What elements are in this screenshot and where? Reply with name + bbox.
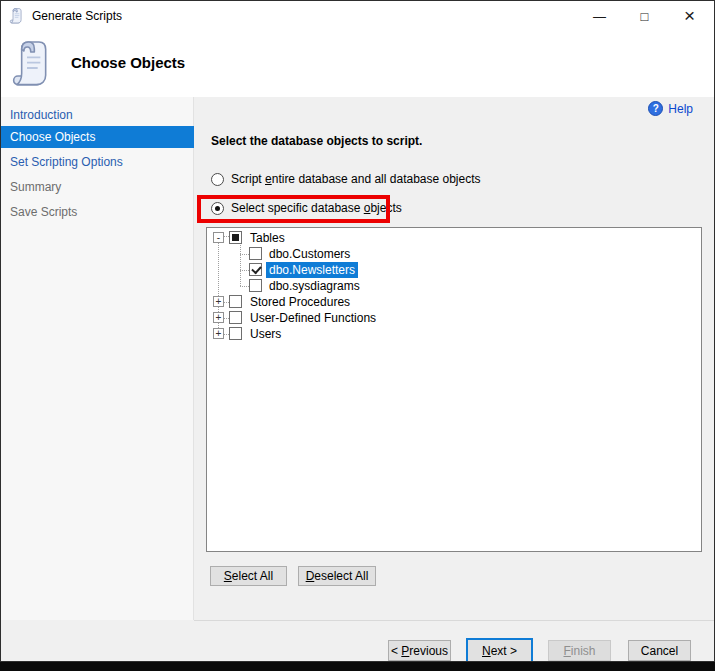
database-objects-tree: - Tables dbo.Customers dbo.Newsletters d… [206,227,702,552]
page-title: Choose Objects [71,54,185,71]
finish-button: Finish [548,640,611,661]
select-all-mnemonic: S [224,569,232,583]
help-label: Help [668,102,693,116]
instruction-text: Select the database objects to script. [211,134,422,148]
checkbox-dbo-newsletters[interactable] [249,263,262,276]
expand-icon[interactable]: + [213,312,224,323]
checkbox-users[interactable] [229,327,242,340]
generate-scripts-wizard-window: Generate Scripts — □ × Choose Objects [0,0,715,662]
tree-label-stored-procedures[interactable]: Stored Procedures [250,294,350,310]
checkbox-tables[interactable] [229,231,242,244]
tree-row-dbo-customers[interactable]: dbo.Customers [207,246,701,262]
tree-row-dbo-newsletters[interactable]: dbo.Newsletters [207,262,701,278]
sidebar-item-set-scripting-options[interactable]: Set Scripting Options [1,151,194,173]
tree-label-dbo-customers[interactable]: dbo.Customers [269,246,350,262]
screenshot-stage: Generate Scripts — □ × Choose Objects [0,0,715,671]
sidebar-item-summary: Summary [1,176,194,198]
tree-row-users[interactable]: + Users [207,326,701,342]
next-mnemonic: N [482,644,491,658]
expand-icon[interactable]: + [213,296,224,307]
help-icon: ? [648,101,663,116]
help-link[interactable]: ? Help [648,101,693,116]
checkbox-dbo-sysdiagrams[interactable] [249,279,262,292]
script-scroll-icon-large [11,36,59,92]
radio-script-entire-database[interactable]: Script entire database and all database … [211,172,481,186]
checkbox-dbo-customers[interactable] [249,247,262,260]
select-all-button[interactable]: Select All [210,566,287,586]
collapse-icon[interactable]: - [213,232,224,243]
tree-row-tables[interactable]: - Tables [207,230,701,246]
cancel-button[interactable]: Cancel [628,640,691,661]
finish-mnemonic: F [563,644,570,658]
radio-entire-post: ntire database and all database objects [272,172,481,186]
radio-entire-mnemonic: e [265,172,272,186]
wizard-footer: < Previous Next > Finish Cancel [1,620,714,662]
tree-connector [240,254,249,255]
radio-label-specific: Select specific database objects [231,201,402,215]
next-button[interactable]: Next > [466,638,533,662]
tree-connector [240,270,249,271]
tree-row-user-defined-functions[interactable]: + User-Defined Functions [207,310,701,326]
tree-label-tables[interactable]: Tables [250,230,285,246]
previous-pre: < [391,644,401,658]
sidebar-item-save-scripts: Save Scripts [1,201,194,223]
footer-divider [194,620,714,621]
maximize-icon[interactable]: □ [622,1,667,31]
radio-label-entire: Script entire database and all database … [231,172,481,186]
tree-row-dbo-sysdiagrams[interactable]: dbo.sysdiagrams [207,278,701,294]
checkbox-user-defined-functions[interactable] [229,311,242,324]
deselect-all-button[interactable]: Deselect All [298,566,376,586]
sidebar-item-choose-objects[interactable]: Choose Objects [1,126,194,148]
radio-specific-pre: Select specific database [231,201,364,215]
deselect-all-post: eselect All [314,569,368,583]
next-button-face: Next > [468,640,531,661]
deselect-all-mnemonic: D [306,569,315,583]
sidebar-item-introduction[interactable]: Introduction [1,104,194,126]
window-title: Generate Scripts [32,9,122,23]
close-icon[interactable]: × [667,1,712,31]
next-post: ext > [491,644,517,658]
tree-label-dbo-newsletters[interactable]: dbo.Newsletters [266,262,358,278]
checkbox-stored-procedures[interactable] [229,295,242,308]
radio-circle-specific[interactable] [211,202,224,215]
previous-post: revious [409,644,448,658]
finish-post: inish [571,644,596,658]
wizard-steps-sidebar: Introduction Choose Objects Set Scriptin… [1,97,194,662]
radio-select-specific-objects[interactable]: Select specific database objects [211,201,402,215]
wizard-header: Choose Objects [1,31,714,97]
radio-entire-pre: Script [231,172,265,186]
expand-icon[interactable]: + [213,328,224,339]
tree-label-user-defined-functions[interactable]: User-Defined Functions [250,310,376,326]
tree-label-dbo-sysdiagrams[interactable]: dbo.sysdiagrams [269,278,360,294]
window-controls: — □ × [577,1,712,31]
script-scroll-icon [9,7,26,25]
minimize-icon[interactable]: — [577,1,622,31]
tree-connector [240,242,241,286]
select-all-post: elect All [232,569,273,583]
wizard-content-panel: ? Help Select the database objects to sc… [194,97,714,620]
tree-row-stored-procedures[interactable]: + Stored Procedures [207,294,701,310]
tree-connector [240,286,249,287]
title-bar: Generate Scripts — □ × [1,1,714,31]
tree-label-users[interactable]: Users [250,326,281,342]
radio-specific-post: bjects [370,201,401,215]
previous-button[interactable]: < Previous [388,640,451,661]
radio-circle-entire[interactable] [211,173,224,186]
previous-mnemonic: P [401,644,409,658]
